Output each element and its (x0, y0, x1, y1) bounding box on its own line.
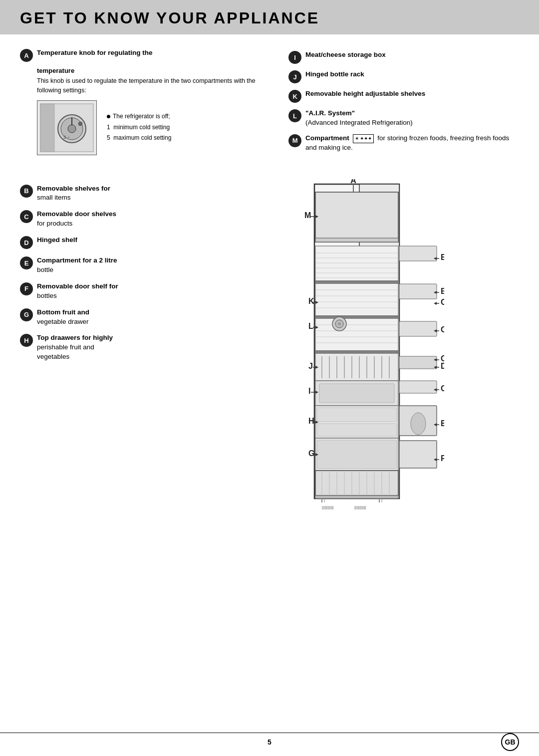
svg-rect-34 (315, 353, 398, 381)
star-rating-box: ✶ ✦✦✦ (353, 134, 374, 143)
content-area: A Temperature knob for regulating the te… (0, 48, 539, 518)
svg-rect-77 (399, 441, 437, 468)
svg-rect-49 (317, 424, 397, 436)
sidebar-badge-H: H (20, 334, 33, 347)
item-L-text: "A.I.R. System" (Advanced Integrated Ref… (305, 109, 413, 128)
item-M-text: Compartment ✶ ✦✦✦ for storing frozen foo… (305, 134, 519, 153)
item-J: J Hinged bottle rack (288, 70, 519, 83)
svg-rect-28 (315, 318, 398, 351)
right-column: I Meat/cheese storage box J Hinged bottl… (288, 48, 519, 164)
setting-1: 1 minimum cold setting (107, 122, 171, 133)
svg-rect-13 (315, 238, 398, 242)
svg-rect-21 (315, 281, 398, 283)
svg-rect-70 (399, 246, 437, 261)
sidebar-badge-F: F (20, 282, 33, 295)
svg-rect-48 (317, 408, 397, 422)
sidebar-item-H: H Top draawers for highlyperishable frui… (20, 333, 160, 362)
sidebar-item-D: D Hinged shelf (20, 236, 160, 249)
item-J-text: Hinged bottle rack (305, 70, 364, 79)
item-K-text: Removable height adjustable shelves (305, 89, 425, 99)
svg-rect-33 (315, 351, 398, 353)
svg-rect-22 (315, 283, 398, 316)
fridge-svg: A (235, 179, 444, 518)
badge-A: A (20, 49, 33, 62)
temp-desc: This knob is used to regulate the temper… (37, 76, 273, 95)
badge-L: L (288, 109, 301, 122)
svg-text:I: I (308, 387, 310, 395)
svg-rect-72 (399, 321, 437, 336)
fridge-diagram: A (160, 179, 519, 518)
svg-text:B: B (441, 253, 444, 261)
page-header: GET TO KNOW YOUR APPLIANCE (0, 0, 539, 34)
knob-image: 3→ (37, 100, 97, 155)
badge-I: I (288, 51, 301, 64)
svg-point-76 (411, 413, 426, 435)
sidebar-badge-B: B (20, 185, 33, 198)
svg-point-7 (78, 122, 82, 126)
badge-K: K (288, 90, 301, 103)
svg-rect-73 (399, 356, 437, 369)
sidebar-text-D: Hinged shelf (37, 236, 77, 245)
sidebar-text-G: Bottom fruit andvegetable drawer (37, 308, 89, 327)
svg-text:J: J (308, 362, 313, 370)
sidebar-text-B: Removable shelves forsmall items (37, 184, 110, 203)
svg-rect-46 (319, 384, 394, 403)
svg-text:|||||||||||||: ||||||||||||| (354, 505, 366, 509)
svg-text:A: A (350, 179, 356, 185)
svg-rect-71 (399, 284, 437, 299)
item-I-text: Meat/cheese storage box (305, 50, 386, 60)
page-title: GET TO KNOW YOUR APPLIANCE (20, 9, 519, 27)
left-column: A Temperature knob for regulating the te… (20, 48, 273, 164)
svg-text:L: L (308, 322, 313, 330)
svg-text:D: D (441, 362, 444, 370)
sidebar-badge-E: E (20, 256, 33, 269)
svg-text:F: F (441, 454, 444, 463)
sidebar-text-C: Removable door shelvesfor products (37, 210, 116, 229)
sidebar-item-G: G Bottom fruit andvegetable drawer (20, 308, 160, 327)
svg-text:C: C (441, 384, 444, 393)
item-A-header: A Temperature knob for regulating the (20, 48, 273, 62)
svg-rect-51 (317, 440, 397, 469)
svg-text:K: K (308, 297, 314, 305)
badge-J: J (288, 70, 301, 83)
item-I: I Meat/cheese storage box (288, 50, 519, 64)
sidebar-text-E: Compartment for a 2 litrebottle (37, 256, 117, 275)
svg-text:C: C (441, 298, 444, 306)
svg-text:M: M (304, 211, 311, 220)
top-section: A Temperature knob for regulating the te… (20, 48, 519, 164)
svg-rect-27 (315, 316, 398, 318)
item-L: L "A.I.R. System" (Advanced Integrated R… (288, 109, 519, 128)
svg-text:E: E (441, 419, 444, 428)
item-K: K Removable height adjustable shelves (288, 89, 519, 103)
svg-rect-52 (315, 471, 398, 496)
sidebar-labels: B Removable shelves forsmall items C Rem… (20, 179, 160, 518)
knob-area: 3→ The refrigerator is off; 1 minimum co… (37, 100, 273, 155)
svg-rect-63 (315, 496, 398, 499)
svg-point-128 (338, 322, 341, 325)
knob-svg: 3→ (39, 103, 94, 153)
sidebar-text-F: Removable door shelf forbottles (37, 282, 118, 301)
setting-off: The refrigerator is off; (107, 111, 171, 122)
footer: 5 GB (0, 733, 539, 746)
sidebar-item-C: C Removable door shelvesfor products (20, 210, 160, 229)
page-number: 5 (268, 738, 271, 746)
svg-text:B: B (441, 287, 444, 295)
item-M: M Compartment ✶ ✦✦✦ for storing frozen f… (288, 134, 519, 153)
sidebar-badge-C: C (20, 210, 33, 223)
svg-text:G: G (308, 449, 314, 458)
sidebar-text-H: Top draawers for highlyperishable fruit … (37, 333, 113, 362)
svg-marker-110 (434, 302, 437, 305)
svg-text:3→: 3→ (63, 135, 70, 140)
svg-rect-1 (40, 104, 54, 152)
svg-text:|||||||||||||: ||||||||||||| (322, 505, 334, 509)
sidebar-item-F: F Removable door shelf forbottles (20, 282, 160, 301)
setting-5: 5 maximum cold setting (107, 133, 171, 144)
svg-text:H: H (308, 417, 314, 425)
svg-rect-12 (315, 192, 398, 242)
country-badge: GB (501, 733, 519, 751)
sidebar-badge-D: D (20, 236, 33, 249)
temp-label: temperature (37, 67, 273, 74)
sidebar-badge-G: G (20, 308, 33, 321)
knob-settings: The refrigerator is off; 1 minimum cold … (107, 111, 171, 144)
svg-point-4 (68, 125, 76, 133)
